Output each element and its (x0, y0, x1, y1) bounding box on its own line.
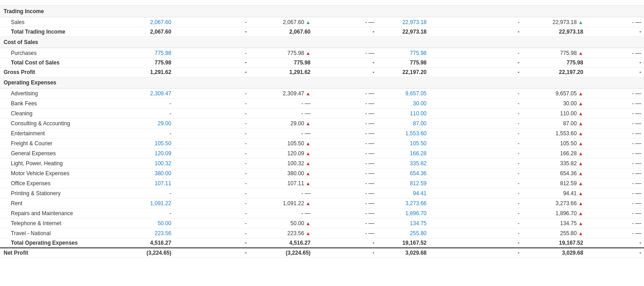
up-arrow-icon: ▲ (578, 171, 583, 176)
variance-pct1-value: - — (313, 148, 377, 158)
variance2-value: 775.98 (522, 58, 586, 68)
jan-budget-value: - (429, 99, 522, 108)
variance-pct1-value: - — (313, 89, 377, 99)
oct-budget-value: - (174, 17, 249, 27)
row-label: Motor Vehicle Expenses (0, 168, 128, 178)
oct-value[interactable]: 105.50 (128, 138, 174, 148)
variance-pct1-value: - — (313, 168, 377, 178)
oct-value[interactable]: 223.56 (128, 228, 174, 238)
variance-pct1-value: - (313, 27, 377, 37)
jan-value[interactable]: 654.36 (377, 168, 429, 178)
up-arrow-icon: ▲ (306, 121, 311, 126)
jan-value[interactable]: 105.50 (377, 138, 429, 148)
jan-value[interactable]: 22,973.18 (377, 17, 429, 27)
up-arrow-icon: ▲ (306, 50, 311, 56)
jan-budget-value: - (429, 178, 522, 188)
variance1-value: 100.32 ▲ (249, 158, 313, 168)
oct-budget-value: - (174, 128, 249, 138)
jan-budget-value: - (429, 228, 522, 238)
oct-budget-value: - (174, 218, 249, 228)
jan-budget-value: - (429, 148, 522, 158)
jan-budget-value: - (429, 128, 522, 138)
variance-pct2-value: - — (586, 89, 644, 99)
row-label: Rent (0, 198, 128, 208)
jan-value[interactable]: 1,896.70 (377, 208, 429, 218)
minus-icon: — (305, 190, 311, 197)
jan-value[interactable]: 3,273.66 (377, 198, 429, 208)
data-row: Advertising2,309.47-2,309.47 ▲- —9,657.0… (0, 89, 644, 99)
dash-icon: — (635, 150, 641, 157)
jan-value: 3,029.68 (377, 248, 429, 258)
oct-budget-value: - (174, 178, 249, 188)
header-var1 (249, 0, 313, 6)
header-jan-budget (429, 0, 522, 6)
jan-value[interactable]: 94.41 (377, 188, 429, 198)
dash-icon: — (368, 150, 374, 157)
dash-icon: — (635, 130, 641, 137)
variance1-value: 775.98 ▲ (249, 48, 313, 58)
jan-budget-value: - (429, 198, 522, 208)
variance-pct2-value: - — (586, 228, 644, 238)
jan-value[interactable]: 134.75 (377, 218, 429, 228)
oct-value[interactable]: 2,067.60 (128, 17, 174, 27)
oct-value[interactable]: 2,309.47 (128, 89, 174, 99)
jan-value[interactable]: 775.98 (377, 48, 429, 58)
oct-value: - (128, 208, 174, 218)
variance1-value: 107.11 ▲ (249, 178, 313, 188)
dash-icon: — (368, 140, 374, 147)
jan-value[interactable]: 166.28 (377, 148, 429, 158)
up-arrow-icon: ▲ (578, 191, 583, 196)
data-row: Motor Vehicle Expenses380.00-380.00 ▲- —… (0, 168, 644, 178)
variance-pct1-value: - (313, 58, 377, 68)
dash-icon: — (368, 110, 374, 117)
jan-value: 19,167.52 (377, 238, 429, 248)
dash-icon: — (368, 90, 374, 97)
row-label: Total Cost of Sales (0, 58, 128, 68)
jan-value[interactable]: 30.00 (377, 99, 429, 108)
jan-value[interactable]: 812.59 (377, 178, 429, 188)
up-arrow-icon: ▲ (578, 211, 583, 216)
oct-value[interactable]: 50.00 (128, 218, 174, 228)
variance-pct1-value: - — (313, 128, 377, 138)
variance-pct2-value: - (586, 238, 644, 248)
oct-budget-value: - (174, 228, 249, 238)
oct-value[interactable]: 107.11 (128, 178, 174, 188)
minus-icon: — (305, 110, 311, 117)
oct-value[interactable]: 29.00 (128, 118, 174, 128)
variance-pct2-value: - — (586, 108, 644, 118)
variance2-value: 654.36 ▲ (522, 168, 586, 178)
oct-value[interactable]: 775.98 (128, 48, 174, 58)
jan-budget-value: - (429, 48, 522, 58)
variance-pct1-value: - — (313, 17, 377, 27)
oct-budget-value: - (174, 238, 249, 248)
variance2-value: 105.50 ▲ (522, 138, 586, 148)
variance-pct2-value: - — (586, 118, 644, 128)
oct-value[interactable]: 380.00 (128, 168, 174, 178)
up-arrow-icon: ▲ (306, 221, 311, 226)
jan-value[interactable]: 1,553.60 (377, 128, 429, 138)
row-label: Gross Profit (0, 68, 128, 77)
variance2-value: 812.59 ▲ (522, 178, 586, 188)
oct-value: 2,067.60 (128, 27, 174, 37)
jan-value[interactable]: 110.00 (377, 108, 429, 118)
row-label: Repairs and Maintenance (0, 208, 128, 218)
variance-pct2-value: - — (586, 138, 644, 148)
oct-budget-value: - (174, 27, 249, 37)
dash-icon: — (368, 220, 374, 227)
jan-value[interactable]: 87.00 (377, 118, 429, 128)
data-row: Travel - National223.56-223.56 ▲- —255.8… (0, 228, 644, 238)
variance1-value: 380.00 ▲ (249, 168, 313, 178)
jan-budget-value: - (429, 89, 522, 99)
oct-value[interactable]: 1,091.22 (128, 198, 174, 208)
jan-value[interactable]: 9,657.05 (377, 89, 429, 99)
dash-icon: — (368, 200, 374, 207)
jan-value[interactable]: 335.82 (377, 158, 429, 168)
oct-budget-value: - (174, 138, 249, 148)
oct-value[interactable]: 100.32 (128, 158, 174, 168)
oct-value: 775.98 (128, 58, 174, 68)
oct-budget-value: - (174, 48, 249, 58)
jan-value[interactable]: 255.80 (377, 228, 429, 238)
variance-pct1-value: - — (313, 48, 377, 58)
oct-value[interactable]: 120.09 (128, 148, 174, 158)
variance1-value: 120.09 ▲ (249, 148, 313, 158)
